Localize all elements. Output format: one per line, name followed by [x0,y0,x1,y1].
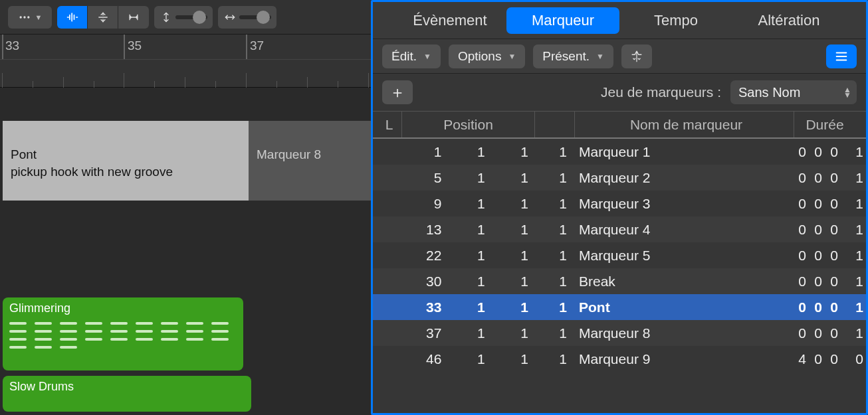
tool-menu-button[interactable]: ▼ [8,6,52,29]
svg-point-2 [27,16,29,18]
region-name: Slow Drums [9,380,245,394]
marker-block-selected[interactable]: Pont pickup hook with new groove [3,121,249,201]
add-marker-button[interactable]: ＋ [382,80,413,104]
horizontal-zoom-slider[interactable] [239,15,271,19]
chevron-down-icon: ▼ [423,52,431,61]
marker-table-body: 1111Marqueur 100015111Marqueur 200019111… [373,139,866,413]
options-menu[interactable]: Options▼ [449,44,525,68]
stretch-horizontal-icon [127,11,140,24]
vertical-arrows-icon [160,11,173,24]
tab-marker[interactable]: Marqueur [506,7,619,34]
view-menu[interactable]: Présent.▼ [533,44,613,68]
marker-note: pickup hook with new groove [11,163,241,181]
table-row[interactable]: 13111Marqueur 40001 [373,216,866,242]
list-editor-pane: Évènement Marqueur Tempo Altération Édit… [371,0,868,415]
marker-table-header: L Position Nom de marqueur Durée [373,111,866,139]
table-row[interactable]: 30111Break0001 [373,268,866,294]
horizontal-arrows-icon [223,11,237,24]
col-l[interactable]: L [377,112,402,137]
table-row[interactable]: 22111Marqueur 50001 [373,242,866,268]
waveform-mode-button[interactable] [57,6,88,29]
marker-set-bar: ＋ Jeu de marqueurs : Sans Nom ▲▼ [373,74,866,111]
table-row[interactable]: 1111Marqueur 10001 [373,139,866,165]
audio-region-glimmering[interactable]: Glimmering [3,297,243,371]
horizontal-zoom-control[interactable] [218,6,276,29]
filter-button[interactable] [621,44,652,68]
marker-block-next[interactable]: Marqueur 8 [249,121,371,201]
timeline-pane: ▼ [0,0,371,415]
table-row[interactable]: 33111Pont0001 [373,294,866,320]
timeline-ruler[interactable]: 33 35 37 [0,35,371,88]
ruler-label: 37 [250,39,264,53]
collapse-vertical-icon [96,11,110,24]
marker-name: Pont [11,146,241,163]
col-duration[interactable]: Durée [794,112,867,137]
updown-icon: ▲▼ [843,87,851,98]
tab-tempo[interactable]: Tempo [619,7,732,34]
svg-point-0 [19,16,21,18]
chevron-down-icon: ▼ [508,52,516,61]
vertical-zoom-control[interactable] [154,6,213,29]
tab-event[interactable]: Évènement [393,7,506,34]
edit-mode-segmented [57,6,149,29]
list-editor-menubar: Édit.▼ Options▼ Présent.▼ [373,39,866,74]
region-name: Glimmering [9,301,237,315]
marker-lane: Pont pickup hook with new groove Marqueu… [3,121,371,201]
col-position[interactable]: Position [402,112,535,137]
svg-point-1 [23,16,25,18]
marker-set-select[interactable]: Sans Nom ▲▼ [730,80,857,104]
marker-set-label: Jeu de marqueurs : [601,84,721,100]
list-view-button[interactable] [826,44,857,68]
table-row[interactable]: 5111Marqueur 20001 [373,165,866,191]
ruler-label: 35 [128,39,142,53]
table-row[interactable]: 37111Marqueur 80001 [373,320,866,346]
vertical-zoom-slider[interactable] [175,15,207,19]
filter-icon [629,49,644,64]
chevron-down-icon: ▼ [596,52,604,61]
audio-region-slow-drums[interactable]: Slow Drums [3,376,251,412]
col-name[interactable]: Nom de marqueur [575,112,794,137]
list-icon [834,49,849,64]
collapse-mode-button[interactable] [88,6,118,29]
list-editor-tabbar: Évènement Marqueur Tempo Altération [373,2,866,39]
waveform-icon [66,11,79,24]
table-row[interactable]: 46111Marqueur 94000 [373,346,866,372]
ruler-ticks [0,60,371,88]
region-waveform-icon [9,322,237,349]
ellipsis-icon [18,11,31,24]
stretch-mode-button[interactable] [118,6,149,29]
table-row[interactable]: 9111Marqueur 30001 [373,191,866,216]
tab-signature[interactable]: Altération [732,7,845,34]
timeline-toolbar: ▼ [0,0,371,35]
edit-menu[interactable]: Édit.▼ [382,44,441,68]
ruler-label: 33 [5,39,19,53]
marker-name: Marqueur 8 [249,121,371,163]
